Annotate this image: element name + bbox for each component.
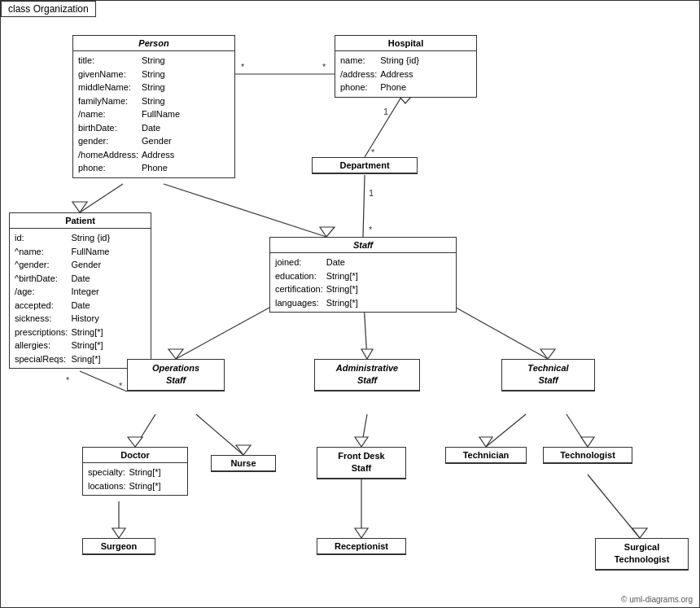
svg-text:*: *	[241, 62, 245, 72]
class-staff-body: joined:Date education:String[*] certific…	[270, 253, 456, 312]
class-administrative-staff-header: AdministrativeStaff	[315, 360, 419, 391]
copyright: © uml-diagrams.org	[621, 595, 693, 604]
svg-marker-22	[540, 349, 555, 359]
svg-line-10	[80, 184, 123, 212]
class-nurse-header: Nurse	[212, 456, 275, 471]
svg-text:1: 1	[383, 107, 388, 116]
svg-marker-36	[355, 528, 368, 538]
svg-line-25	[196, 414, 243, 455]
svg-marker-32	[581, 437, 594, 447]
class-technical-staff-header: TechnicalStaff	[502, 360, 594, 391]
svg-text:*: *	[119, 381, 123, 391]
svg-line-29	[486, 414, 526, 447]
svg-line-3	[365, 90, 405, 157]
class-administrative-staff: AdministrativeStaff	[314, 359, 420, 391]
class-staff-header: Staff	[270, 238, 456, 253]
class-receptionist: Receptionist	[317, 538, 406, 555]
class-surgical-technologist-header: SurgicalTechnologist	[596, 539, 688, 570]
svg-marker-18	[168, 349, 183, 359]
svg-text:*: *	[371, 147, 375, 157]
svg-marker-34	[112, 528, 125, 538]
class-surgeon: Surgeon	[82, 538, 155, 555]
class-patient: Patient id:String {id} ^name:FullName ^g…	[9, 212, 151, 369]
svg-text:*: *	[66, 375, 70, 385]
class-technician: Technician	[445, 447, 527, 464]
svg-text:*: *	[369, 225, 373, 234]
class-surgeon-header: Surgeon	[83, 539, 155, 554]
svg-line-27	[361, 414, 367, 447]
class-hospital-header: Hospital	[335, 36, 476, 51]
class-patient-body: id:String {id} ^name:FullName ^gender:Ge…	[10, 229, 151, 368]
svg-marker-26	[236, 445, 251, 455]
svg-line-14	[80, 371, 127, 391]
class-technical-staff: TechnicalStaff	[501, 359, 595, 391]
class-receptionist-header: Receptionist	[317, 539, 405, 554]
class-front-desk-staff-header: Front DeskStaff	[317, 448, 405, 479]
svg-line-37	[588, 475, 640, 538]
class-nurse: Nurse	[211, 455, 276, 472]
class-person: Person title:String givenName:String mid…	[72, 35, 235, 178]
diagram-title: class Organization	[1, 1, 96, 17]
svg-line-23	[135, 414, 155, 447]
diagram-container: class Organization * * 1 * 1	[0, 0, 700, 608]
class-person-header: Person	[73, 36, 234, 51]
svg-marker-13	[320, 227, 335, 237]
class-department: Department	[312, 157, 418, 174]
svg-text:1: 1	[369, 188, 374, 198]
svg-line-7	[363, 175, 365, 237]
class-operations-staff-header: OperationsStaff	[128, 360, 224, 391]
svg-marker-11	[72, 202, 87, 212]
svg-marker-38	[632, 528, 647, 538]
class-technologist: Technologist	[543, 447, 632, 464]
class-doctor-body: specialty:String[*] locations:String[*]	[83, 463, 187, 495]
class-front-desk-staff: Front DeskStaff	[317, 447, 406, 479]
class-staff: Staff joined:Date education:String[*] ce…	[269, 237, 457, 313]
class-operations-staff: OperationsStaff	[127, 359, 225, 391]
class-technician-header: Technician	[446, 448, 526, 463]
class-hospital: Hospital name:String {id} /address:Addre…	[335, 35, 477, 98]
svg-marker-30	[479, 437, 492, 447]
class-person-body: title:String givenName:String middleName…	[73, 51, 234, 177]
class-hospital-body: name:String {id} /address:Address phone:…	[335, 51, 476, 97]
class-surgical-technologist: SurgicalTechnologist	[595, 538, 689, 571]
svg-marker-20	[361, 349, 373, 359]
class-department-header: Department	[313, 158, 417, 173]
svg-line-31	[567, 414, 588, 447]
svg-line-12	[164, 184, 326, 237]
class-technologist-header: Technologist	[544, 448, 632, 463]
class-doctor: Doctor specialty:String[*] locations:Str…	[82, 447, 188, 496]
svg-marker-28	[355, 437, 368, 447]
class-doctor-header: Doctor	[83, 448, 187, 463]
svg-text:*: *	[322, 62, 326, 72]
class-patient-header: Patient	[10, 213, 151, 229]
svg-marker-24	[128, 437, 142, 447]
